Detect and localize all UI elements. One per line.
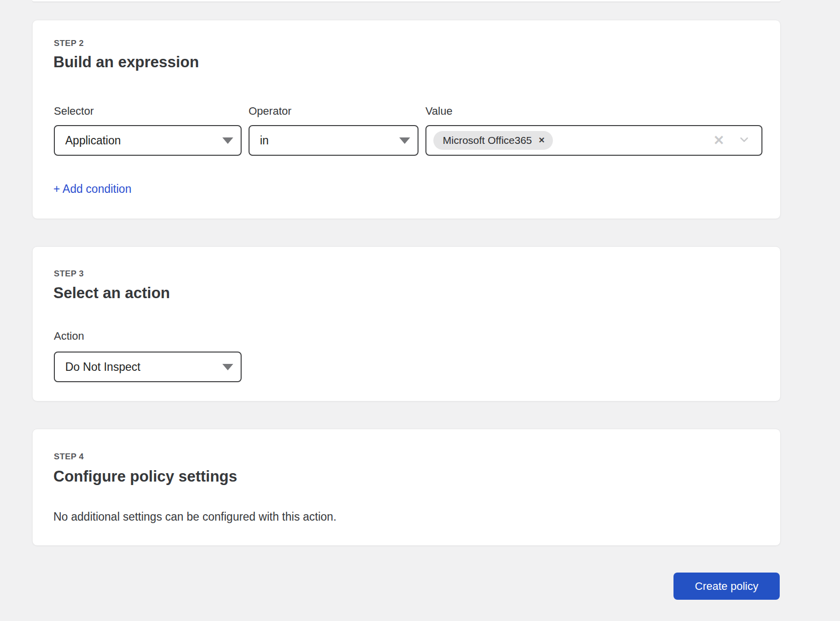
step2-label: STEP 2 xyxy=(54,39,84,48)
value-multiselect[interactable]: Microsoft Office365 ✕ ✕ xyxy=(425,125,762,156)
previous-card-bottom-edge xyxy=(32,0,781,2)
value-field-label: Value xyxy=(425,105,453,118)
step3-card: STEP 3 Select an action Action Do Not In… xyxy=(32,246,781,401)
add-condition-link[interactable]: + Add condition xyxy=(53,182,131,196)
operator-dropdown-value: in xyxy=(260,134,269,147)
action-field-label: Action xyxy=(54,330,84,343)
step4-title: Configure policy settings xyxy=(53,468,237,486)
action-dropdown-value: Do Not Inspect xyxy=(65,360,140,374)
dropdown-caret-icon xyxy=(222,137,233,144)
value-field-controls: ✕ xyxy=(713,133,751,148)
step2-title: Build an expression xyxy=(53,53,199,71)
no-settings-note: No additional settings can be configured… xyxy=(53,510,336,524)
dropdown-caret-icon xyxy=(222,364,233,370)
selector-field-label: Selector xyxy=(54,105,94,118)
selector-dropdown-value: Application xyxy=(65,134,121,147)
create-policy-button[interactable]: Create policy xyxy=(673,573,780,600)
policy-builder-page: STEP 2 Build an expression Selector Oper… xyxy=(0,0,840,621)
chevron-down-icon[interactable] xyxy=(738,133,751,148)
value-tag: Microsoft Office365 ✕ xyxy=(433,131,553,150)
remove-tag-icon[interactable]: ✕ xyxy=(539,136,545,144)
operator-field-label: Operator xyxy=(249,105,292,118)
step3-label: STEP 3 xyxy=(54,269,84,279)
step4-card: STEP 4 Configure policy settings No addi… xyxy=(32,429,781,546)
operator-dropdown[interactable]: in xyxy=(249,125,419,156)
action-dropdown[interactable]: Do Not Inspect xyxy=(54,352,242,382)
step4-label: STEP 4 xyxy=(54,452,84,462)
selector-dropdown[interactable]: Application xyxy=(54,125,242,156)
dropdown-caret-icon xyxy=(399,137,410,144)
value-tag-text: Microsoft Office365 xyxy=(443,134,532,146)
step2-card: STEP 2 Build an expression Selector Oper… xyxy=(32,20,781,219)
clear-all-icon[interactable]: ✕ xyxy=(713,134,724,147)
step3-title: Select an action xyxy=(53,284,170,302)
